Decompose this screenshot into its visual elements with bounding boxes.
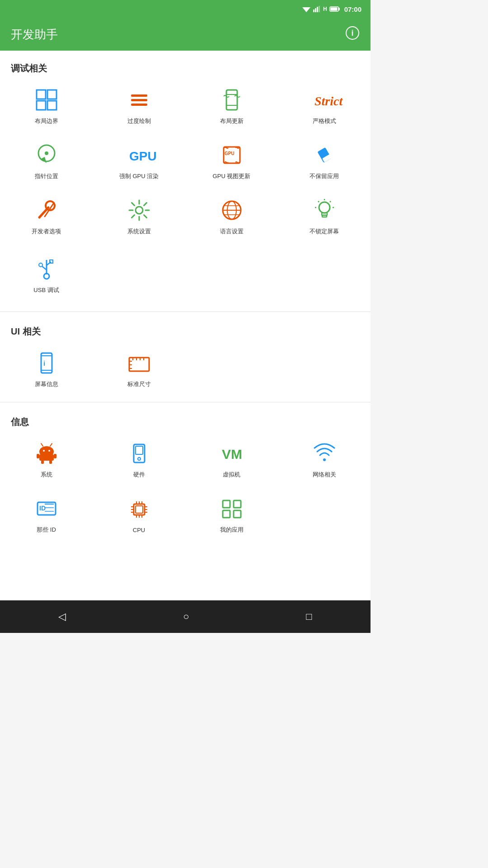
layout-update-item[interactable]: 布局更新 — [185, 78, 278, 133]
android-icon — [33, 440, 60, 467]
screen-info-icon: i — [33, 349, 60, 377]
network-icon — [311, 440, 338, 467]
vm-label: 虚拟机 — [223, 471, 240, 479]
dev-options-label: 开发者选项 — [32, 227, 61, 236]
my-apps-label: 我的应用 — [220, 526, 244, 534]
svg-rect-2 — [313, 9, 314, 12]
overdraw-item[interactable]: 过度绘制 — [93, 78, 185, 133]
back-button[interactable]: ◁ — [45, 606, 80, 627]
svg-rect-73 — [54, 454, 56, 458]
svg-rect-16 — [131, 99, 147, 101]
info-button[interactable]: i — [345, 26, 360, 43]
svg-text:VM: VM — [222, 447, 242, 462]
system-item[interactable]: 系统 — [0, 432, 93, 487]
strict-mode-item[interactable]: Strict 严格模式 — [278, 78, 371, 133]
no-keep-icon — [311, 142, 338, 169]
pointer-location-item[interactable]: 指针位置 — [0, 133, 93, 189]
dev-options-icon — [33, 197, 60, 224]
no-lock-screen-item[interactable]: 不锁定屏幕 — [278, 189, 371, 244]
gpu-view-update-label: GPU 视图更新 — [213, 172, 251, 180]
svg-rect-70 — [41, 460, 44, 464]
ui-section-header: UI 相关 — [0, 317, 371, 341]
svg-rect-3 — [315, 8, 316, 12]
status-time: 07:00 — [344, 5, 361, 13]
svg-point-65 — [43, 450, 45, 452]
debug-section: 调试相关 布局边界 — [0, 51, 371, 310]
standard-size-item[interactable]: 标准尺寸 — [93, 341, 185, 396]
svg-line-68 — [50, 443, 52, 446]
svg-rect-101 — [234, 510, 241, 518]
svg-text:i: i — [351, 28, 353, 38]
debug-grid: 布局边界 过度绘制 — [0, 78, 371, 244]
hardware-item[interactable]: 硬件 — [93, 432, 185, 487]
overdraw-label: 过度绘制 — [127, 117, 151, 125]
my-apps-icon — [218, 495, 245, 522]
svg-text:i: i — [43, 360, 45, 367]
standard-size-icon — [126, 349, 153, 377]
toolbar: 开发助手 i — [0, 18, 371, 51]
svg-rect-13 — [37, 101, 46, 110]
svg-rect-98 — [223, 500, 230, 508]
hardware-label: 硬件 — [133, 471, 145, 479]
hardware-icon — [126, 440, 153, 467]
layout-border-icon — [33, 86, 60, 113]
info-section: 信息 — [0, 404, 371, 546]
no-keep-app-item[interactable]: 不保留应用 — [278, 133, 371, 189]
svg-rect-17 — [131, 104, 147, 106]
svg-rect-12 — [47, 90, 56, 99]
usb-row: USB 调试 — [0, 244, 371, 306]
no-keep-app-label: 不保留应用 — [310, 172, 339, 180]
vm-item[interactable]: VM 虚拟机 — [185, 432, 278, 487]
svg-text:Strict: Strict — [314, 94, 343, 108]
cpu-icon — [126, 496, 153, 523]
standard-size-label: 标准尺寸 — [127, 380, 151, 388]
svg-point-66 — [48, 450, 50, 452]
dev-options-item[interactable]: 开发者选项 — [0, 189, 93, 244]
layout-border-label: 布局边界 — [35, 117, 58, 125]
layout-border-item[interactable]: 布局边界 — [0, 78, 93, 133]
svg-rect-71 — [49, 460, 52, 464]
svg-rect-11 — [37, 90, 46, 99]
overdraw-icon — [126, 86, 153, 113]
app-title: 开发助手 — [11, 27, 58, 42]
system-settings-item[interactable]: 系统设置 — [93, 189, 185, 244]
svg-rect-15 — [131, 94, 147, 97]
divider-1 — [0, 311, 371, 312]
svg-point-38 — [319, 202, 330, 213]
force-gpu-item[interactable]: GPU 强制 GPU 渲染 — [93, 133, 185, 189]
language-settings-item[interactable]: 语言设置 — [185, 189, 278, 244]
status-icons: H — [302, 6, 340, 12]
gpu-view-update-item[interactable]: GPU GPU 视图更新 — [185, 133, 278, 189]
ids-label: 那些 ID — [37, 526, 56, 534]
svg-rect-5 — [319, 6, 320, 12]
debug-section-header: 调试相关 — [0, 54, 371, 78]
svg-line-42 — [330, 201, 331, 202]
svg-rect-56 — [129, 358, 149, 371]
info-section-header: 信息 — [0, 408, 371, 432]
cpu-label: CPU — [133, 527, 145, 533]
ids-icon: ID — [33, 495, 60, 522]
no-lock-icon — [311, 197, 338, 224]
svg-rect-8 — [330, 8, 337, 11]
ui-section: UI 相关 i 屏幕信息 — [0, 314, 371, 400]
ids-item[interactable]: ID 那些 ID — [0, 487, 93, 542]
cpu-item[interactable]: CPU — [93, 487, 185, 542]
screen-info-item[interactable]: i 屏幕信息 — [0, 341, 93, 396]
usb-debug-item[interactable]: USB 调试 — [0, 247, 93, 302]
network-item[interactable]: 网络相关 — [278, 432, 371, 487]
home-button[interactable]: ○ — [169, 606, 202, 627]
vm-icon: VM — [218, 440, 245, 467]
gpu-view-icon: GPU — [218, 142, 245, 169]
my-apps-item[interactable]: 我的应用 — [185, 487, 278, 542]
svg-text:GPU: GPU — [225, 151, 235, 156]
svg-rect-99 — [234, 500, 241, 508]
svg-point-78 — [323, 458, 326, 461]
recent-apps-button[interactable]: □ — [292, 606, 325, 627]
strict-mode-icon: Strict — [311, 86, 338, 113]
content-area: 调试相关 布局边界 — [0, 51, 371, 600]
usb-debug-label: USB 调试 — [33, 286, 59, 294]
screen-info-label: 屏幕信息 — [35, 380, 58, 388]
language-icon — [218, 197, 245, 224]
pointer-icon — [33, 142, 60, 169]
svg-point-51 — [39, 263, 42, 267]
